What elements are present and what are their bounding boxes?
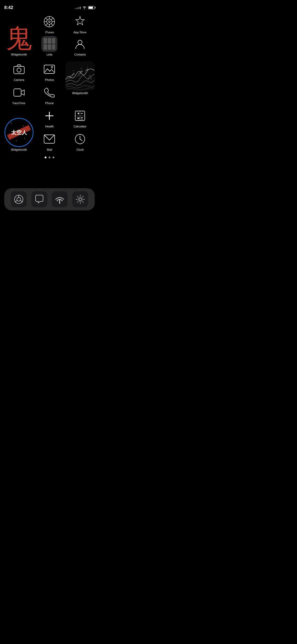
kanji-character: 鬼 xyxy=(6,25,32,52)
svg-point-23 xyxy=(87,67,88,67)
lists-icon xyxy=(41,36,57,52)
appstore-label: App Store xyxy=(74,31,87,34)
photos-label: Photos xyxy=(45,78,54,81)
clock-label: Clock xyxy=(76,148,84,151)
svg-point-41 xyxy=(80,139,81,140)
settings-dock-app[interactable] xyxy=(72,191,88,207)
svg-point-14 xyxy=(17,68,21,72)
messages-icon xyxy=(35,195,44,204)
svg-rect-24 xyxy=(14,89,21,96)
svg-line-7 xyxy=(46,18,48,20)
svg-point-49 xyxy=(78,197,83,202)
widgetsmith3-label: Widgetsmith xyxy=(11,148,27,151)
wifi-icon xyxy=(82,6,87,9)
mail-app[interactable]: Mail xyxy=(35,131,64,151)
calculator-icon xyxy=(72,108,88,124)
dock xyxy=(4,188,95,210)
svg-point-47 xyxy=(59,203,60,204)
page-dot-3[interactable] xyxy=(53,157,54,158)
svg-point-48 xyxy=(79,198,82,201)
svg-point-15 xyxy=(51,66,53,68)
svg-point-43 xyxy=(17,197,21,201)
svg-line-40 xyxy=(80,139,82,141)
mail-icon xyxy=(41,131,57,147)
facetime-app[interactable]: FaceTime xyxy=(4,85,34,105)
svg-point-12 xyxy=(78,40,82,44)
lists-label: Lists xyxy=(46,53,53,56)
calculator-label: Calculator xyxy=(73,125,87,128)
status-bar: 8:42 xyxy=(0,0,99,12)
camera-app[interactable]: Camera xyxy=(4,61,34,81)
phone-label: Phone xyxy=(45,102,54,105)
facetime-label: FaceTime xyxy=(13,102,26,105)
settings-icon xyxy=(76,195,85,204)
widgetsmith-kanji-widget[interactable]: 鬼 Widgetsmith xyxy=(4,20,34,56)
top-right-row2: Lists Contacts xyxy=(35,36,95,56)
lists-app[interactable]: Lists xyxy=(35,36,64,56)
svg-line-10 xyxy=(46,24,48,25)
svg-point-18 xyxy=(81,68,82,69)
page-dots xyxy=(4,151,95,164)
svg-point-2 xyxy=(49,21,50,22)
svg-rect-16 xyxy=(44,65,55,73)
clock-icon xyxy=(72,131,88,147)
widgetsmith2-label: Widgetsmith xyxy=(72,91,88,95)
itunes-label: iTunes xyxy=(45,31,54,34)
overcast-dock-app[interactable] xyxy=(52,191,68,207)
widgetsmith-nasa-widget[interactable]: 太空人 Widgetsmith xyxy=(4,108,34,151)
svg-point-22 xyxy=(72,70,73,70)
health-label: Health xyxy=(45,125,54,128)
chrome-icon xyxy=(14,195,23,204)
facetime-icon xyxy=(11,85,27,100)
clock-app[interactable]: Clock xyxy=(65,131,95,151)
photos-app[interactable]: Photos xyxy=(35,61,64,81)
svg-line-9 xyxy=(51,18,53,20)
page-dot-2[interactable] xyxy=(49,157,50,158)
svg-point-20 xyxy=(82,68,82,68)
health-app[interactable]: Health xyxy=(35,108,64,128)
battery-icon xyxy=(88,6,95,9)
svg-line-8 xyxy=(51,24,53,25)
appstore-app[interactable]: App Store xyxy=(65,14,95,34)
appstore-icon xyxy=(72,14,88,30)
top-right-row1: iTunes App Store xyxy=(35,14,95,34)
nasa-circle: 太空人 xyxy=(4,118,34,147)
itunes-app[interactable]: iTunes xyxy=(35,14,64,34)
wave-image xyxy=(65,61,95,90)
signal-icon xyxy=(75,7,81,9)
photos-icon xyxy=(41,61,57,77)
svg-point-21 xyxy=(73,71,74,71)
status-icons xyxy=(75,6,95,9)
messages-dock-app[interactable] xyxy=(31,191,47,207)
chrome-dock-app[interactable] xyxy=(11,191,27,207)
status-time: 8:42 xyxy=(4,5,13,10)
svg-rect-13 xyxy=(14,66,24,74)
middle-section: Camera Photos xyxy=(4,61,95,105)
health-icon xyxy=(41,108,57,124)
contacts-icon xyxy=(72,36,88,52)
phone-app[interactable]: Phone xyxy=(35,85,64,105)
page-dot-1[interactable] xyxy=(45,157,46,158)
svg-point-19 xyxy=(81,68,81,68)
widgetsmith-wave-widget[interactable]: Widgetsmith xyxy=(65,61,95,95)
widgetsmith1-label: Widgetsmith xyxy=(11,53,27,56)
phone-icon xyxy=(41,85,57,100)
contacts-app[interactable]: Contacts xyxy=(65,36,95,56)
top-section: 鬼 Widgetsmith xyxy=(4,14,95,56)
calculator-app[interactable]: Calculator xyxy=(65,108,95,128)
overcast-icon xyxy=(55,195,64,204)
home-screen: 鬼 Widgetsmith xyxy=(0,12,99,164)
nasa-chinese-text: 太空人 xyxy=(11,129,27,136)
camera-label: Camera xyxy=(14,78,24,81)
bottom-section: 太空人 Widgetsmith Health xyxy=(4,108,95,151)
camera-icon xyxy=(11,61,27,77)
svg-marker-11 xyxy=(76,16,84,25)
itunes-icon xyxy=(41,14,57,30)
contacts-label: Contacts xyxy=(74,53,86,56)
mail-label: Mail xyxy=(47,148,52,151)
